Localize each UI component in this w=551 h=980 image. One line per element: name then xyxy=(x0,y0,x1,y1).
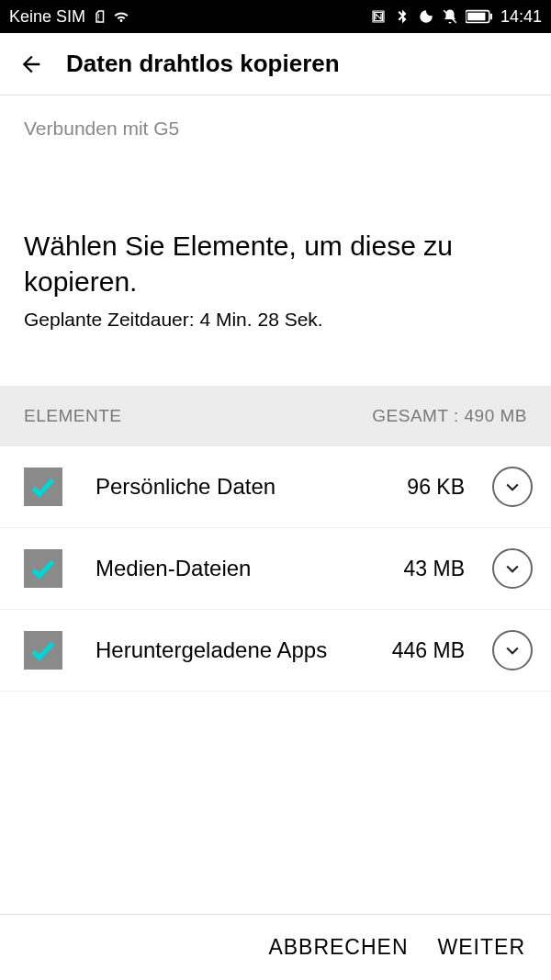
connection-status: Verbunden mit G5 xyxy=(0,96,551,140)
nfc-icon xyxy=(370,8,387,25)
expand-button[interactable] xyxy=(492,630,533,670)
item-label: Persönliche Daten xyxy=(79,474,390,500)
carrier-text: Keine SIM xyxy=(9,7,85,27)
checkbox-downloaded-apps[interactable] xyxy=(24,631,62,670)
mute-bell-icon xyxy=(442,8,458,25)
chevron-down-icon xyxy=(503,559,522,578)
moon-icon xyxy=(418,8,434,25)
status-bar: Keine SIM ! 14:41 xyxy=(0,0,551,33)
item-size: 43 MB xyxy=(404,557,476,581)
checkbox-media-files[interactable] xyxy=(24,549,62,588)
checkmark-icon xyxy=(28,554,58,583)
back-arrow-icon[interactable] xyxy=(18,51,44,77)
app-header: Daten drahtlos kopieren xyxy=(0,33,551,96)
next-button[interactable]: WEITER xyxy=(438,935,525,960)
svg-text:!: ! xyxy=(97,12,100,23)
expand-button[interactable] xyxy=(492,467,533,507)
cancel-button[interactable]: ABBRECHEN xyxy=(268,935,408,960)
item-label: Medien-Dateien xyxy=(79,556,388,581)
spacer xyxy=(0,692,551,914)
wifi-icon xyxy=(113,8,129,25)
battery-icon xyxy=(466,9,493,24)
page-title: Daten drahtlos kopieren xyxy=(66,50,340,78)
checkmark-icon xyxy=(28,472,58,501)
list-header-right: GESAMT : 490 MB xyxy=(372,406,527,426)
clock-text: 14:41 xyxy=(500,7,542,27)
list-item: Medien-Dateien 43 MB xyxy=(0,528,551,610)
item-label: Heruntergeladene Apps xyxy=(79,637,376,663)
item-size: 446 MB xyxy=(392,638,476,663)
list-item: Heruntergeladene Apps 446 MB xyxy=(0,610,551,692)
svg-rect-4 xyxy=(490,14,492,19)
chevron-down-icon xyxy=(503,641,522,659)
bluetooth-icon xyxy=(394,8,410,25)
sim-icon: ! xyxy=(91,8,107,25)
estimated-duration: Geplante Zeitdauer: 4 Min. 28 Sek. xyxy=(0,299,551,331)
footer-bar: ABBRECHEN WEITER xyxy=(0,914,551,980)
svg-rect-3 xyxy=(467,13,485,21)
list-header-left: ELEMENTE xyxy=(24,406,121,426)
list-item: Persönliche Daten 96 KB xyxy=(0,446,551,528)
chevron-down-icon xyxy=(503,478,522,496)
main-heading: Wählen Sie Elemente, um diese zu kopiere… xyxy=(0,140,551,299)
checkmark-icon xyxy=(28,636,58,665)
list-header: ELEMENTE GESAMT : 490 MB xyxy=(0,386,551,446)
checkbox-personal-data[interactable] xyxy=(24,467,62,506)
item-size: 96 KB xyxy=(407,475,476,500)
expand-button[interactable] xyxy=(492,548,533,589)
